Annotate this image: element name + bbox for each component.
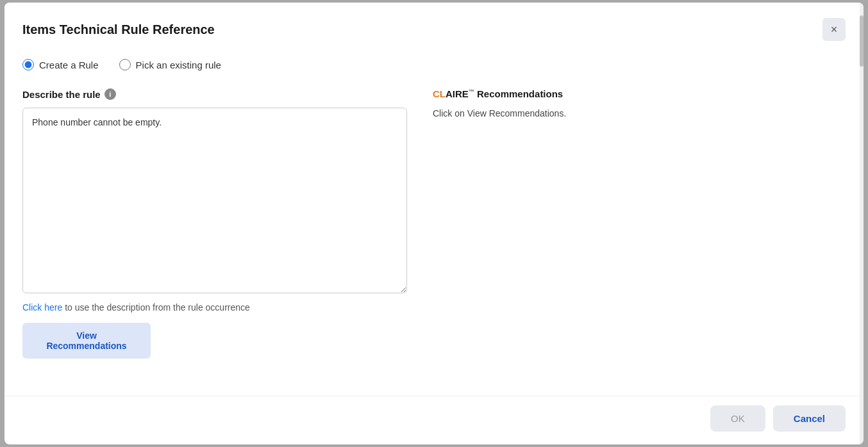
scrollbar-thumb[interactable] [860,15,864,67]
claire-recommendations-text: Recommendations [474,88,563,99]
info-icon[interactable]: i [104,88,116,100]
describe-rule-text: Describe the rule [22,89,101,100]
claire-cl-text: CL [433,88,446,99]
radio-option-pick-existing[interactable]: Pick an existing rule [119,59,221,70]
modal-dialog: Items Technical Rule Reference × Create … [4,3,864,444]
scrollbar-track [860,3,864,444]
modal-title: Items Technical Rule Reference [22,22,215,37]
claire-aire-text: AIRE [446,88,469,99]
ok-button[interactable]: OK [710,405,765,432]
modal-header: Items Technical Rule Reference × [4,3,864,51]
radio-pick-existing-label: Pick an existing rule [136,60,221,70]
radio-create-rule-label: Create a Rule [39,60,99,70]
claire-subtitle: Click on View Recommendations. [433,108,846,118]
radio-create-rule[interactable] [22,59,34,70]
radio-option-create-rule[interactable]: Create a Rule [22,59,99,70]
claire-header: CLAIRE™ Recommendations [433,88,846,99]
click-here-suffix: to use the description from the rule occ… [62,302,250,313]
click-here-text: Click here to use the description from t… [22,302,407,313]
modal-body: Describe the rule i Click here to use th… [4,81,864,396]
click-here-link[interactable]: Click here [22,302,62,313]
right-panel: CLAIRE™ Recommendations Click on View Re… [433,88,846,386]
rule-description-textarea[interactable] [22,108,407,293]
radio-group: Create a Rule Pick an existing rule [4,51,864,81]
claire-tm-text: ™ [469,88,474,95]
section-label-describe: Describe the rule i [22,88,407,100]
left-panel: Describe the rule i Click here to use th… [22,88,407,386]
radio-pick-existing[interactable] [119,59,131,70]
close-button[interactable]: × [822,18,846,41]
modal-footer: OK Cancel [4,396,864,444]
cancel-button[interactable]: Cancel [773,405,846,432]
view-recommendations-button[interactable]: View Recommendations [22,323,151,359]
